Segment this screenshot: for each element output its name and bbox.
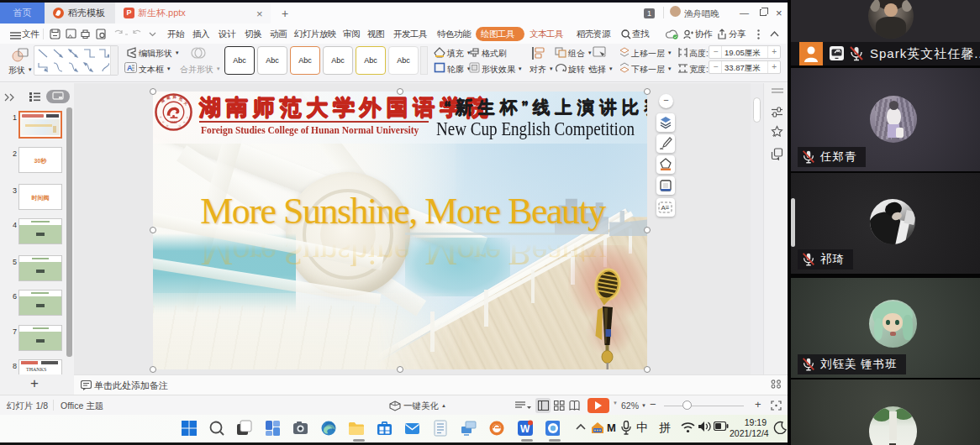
svg-text:A≡: A≡ <box>661 204 670 212</box>
svg-text:师: 师 <box>172 95 177 99</box>
svg-text:1938: 1938 <box>171 121 177 124</box>
svg-text:A: A <box>127 64 133 72</box>
